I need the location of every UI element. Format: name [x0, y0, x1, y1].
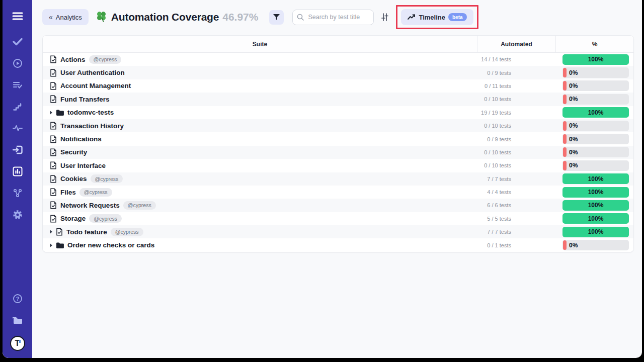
- progress-red-sliver: [563, 95, 567, 104]
- settings-icon[interactable]: [11, 209, 24, 221]
- progress-bar: 100%: [562, 213, 629, 224]
- timeline-label: Timeline: [419, 14, 445, 21]
- table-row[interactable]: todomvc-tests 19 / 19 tests 100%: [43, 106, 633, 119]
- search-container: [292, 10, 374, 25]
- suite-name: Todo feature: [66, 228, 107, 236]
- table-row[interactable]: Transaction History 0 / 10 tests 0%: [43, 119, 633, 132]
- table-row[interactable]: Network Requests @cypress 6 / 6 tests 10…: [43, 199, 633, 212]
- percent-cell: 0%: [555, 67, 633, 78]
- table-row[interactable]: Fund Transfers 0 / 10 tests 0%: [43, 93, 633, 106]
- table-row[interactable]: Storage @cypress 5 / 5 tests 100%: [43, 212, 633, 225]
- expand-caret-icon[interactable]: [50, 111, 52, 115]
- suite-rows: Actions @cypress 14 / 14 tests 100% User…: [43, 53, 633, 252]
- timeline-button[interactable]: Timeline beta: [401, 9, 473, 25]
- table-header: Suite Automated %: [43, 36, 633, 53]
- table-row[interactable]: User Interface 0 / 10 tests 0%: [43, 159, 633, 172]
- automated-count: 0 / 1 tests: [477, 242, 555, 248]
- progress-label: 100%: [562, 227, 629, 237]
- topbar: « Analytics Automation Coverage 46.97%: [42, 7, 634, 27]
- percent-cell: 0%: [555, 94, 633, 105]
- beta-badge: beta: [448, 13, 467, 21]
- column-header-suite: Suite: [43, 36, 477, 52]
- percent-cell: 0%: [555, 147, 633, 157]
- steps-icon[interactable]: [11, 101, 24, 113]
- file-check-icon: [50, 135, 57, 143]
- progress-bar: 100%: [562, 54, 629, 65]
- suite-name: User Authentication: [60, 69, 125, 76]
- suite-tag: @cypress: [123, 201, 156, 210]
- progress-bar: 0%: [562, 160, 629, 171]
- automated-count: 0 / 9 tests: [477, 70, 555, 76]
- progress-label: 100%: [562, 173, 629, 184]
- progress-label: 100%: [562, 213, 629, 224]
- table-row[interactable]: Actions @cypress 14 / 14 tests 100%: [43, 53, 633, 66]
- menu-icon[interactable]: [11, 10, 24, 22]
- progress-bar: 100%: [562, 227, 629, 237]
- file-check-icon: [50, 201, 57, 209]
- suite-cell: todomvc-tests: [43, 109, 477, 116]
- table-row[interactable]: Order new checks or cards 0 / 1 tests 0%: [43, 238, 633, 251]
- table-row[interactable]: Notifications 0 / 9 tests 0%: [43, 132, 633, 145]
- table-row[interactable]: Todo feature @cypress 7 / 7 tests 100%: [43, 225, 633, 238]
- table-row[interactable]: Security 0 / 10 tests 0%: [43, 146, 633, 159]
- automated-count: 5 / 5 tests: [477, 216, 555, 222]
- automated-count: 0 / 11 tests: [477, 83, 555, 89]
- docs-icon[interactable]: [11, 314, 24, 326]
- file-check-icon: [50, 82, 57, 90]
- percent-cell: 100%: [555, 227, 633, 237]
- suite-name: Notifications: [60, 135, 102, 143]
- table-row[interactable]: User Authentication 0 / 9 tests 0%: [43, 66, 633, 79]
- progress-bar: 0%: [562, 67, 629, 78]
- suite-cell: Actions @cypress: [43, 55, 477, 64]
- suite-name: Actions: [60, 56, 86, 63]
- progress-red-sliver: [563, 240, 567, 250]
- play-circle-icon[interactable]: [11, 57, 24, 69]
- login-icon[interactable]: [11, 144, 24, 156]
- progress-bar: 0%: [562, 80, 629, 91]
- branch-icon[interactable]: [11, 187, 24, 199]
- suite-cell: Files @cypress: [43, 188, 477, 197]
- table-row[interactable]: Files @cypress 4 / 4 tests 100%: [43, 186, 633, 199]
- analytics-back-button[interactable]: « Analytics: [42, 9, 89, 25]
- suite-name: Cookies: [60, 175, 87, 183]
- progress-red-sliver: [563, 68, 567, 77]
- analytics-icon[interactable]: [11, 165, 24, 177]
- automated-count: 0 / 9 tests: [477, 136, 555, 142]
- help-icon[interactable]: ?: [11, 293, 24, 305]
- suite-name: Network Requests: [60, 202, 120, 209]
- activity-icon[interactable]: [11, 122, 24, 134]
- suite-tag: @cypress: [91, 174, 123, 183]
- progress-bar: 0%: [562, 240, 629, 250]
- percent-cell: 100%: [555, 213, 633, 224]
- automated-count: 7 / 7 tests: [477, 229, 555, 235]
- app-logo[interactable]: T: [10, 336, 25, 351]
- folder-icon: [56, 242, 64, 249]
- expand-caret-icon[interactable]: [50, 230, 52, 234]
- search-input[interactable]: [292, 10, 374, 25]
- suite-tag: @cypress: [79, 188, 112, 197]
- suite-name: User Interface: [60, 162, 106, 169]
- suite-tag: @cypress: [89, 55, 122, 64]
- progress-label: 0%: [569, 240, 578, 250]
- progress-label: 100%: [562, 107, 629, 118]
- check-icon[interactable]: [11, 36, 24, 48]
- automated-count: 0 / 10 tests: [477, 149, 555, 155]
- coverage-table: Suite Automated % Actions @cypress 14 / …: [42, 35, 634, 252]
- progress-label: 0%: [569, 121, 578, 131]
- filter-settings-button[interactable]: [380, 13, 389, 22]
- file-check-icon: [56, 228, 63, 236]
- suite-tag: @cypress: [111, 228, 143, 236]
- progress-bar: 0%: [562, 147, 629, 157]
- expand-caret-icon[interactable]: [50, 243, 52, 247]
- suite-name: Fund Transfers: [60, 96, 110, 103]
- list-check-icon[interactable]: [11, 79, 24, 91]
- filter-button[interactable]: [269, 10, 284, 25]
- suite-name: Transaction History: [60, 122, 124, 130]
- file-check-icon: [50, 69, 57, 77]
- progress-label: 0%: [569, 160, 578, 171]
- table-row[interactable]: Cookies @cypress 7 / 7 tests 100%: [43, 172, 633, 186]
- suite-cell: Storage @cypress: [43, 214, 477, 223]
- screen: ? T « Analytics Automation Coverage 46.9…: [0, 0, 644, 362]
- table-row[interactable]: Account Management 0 / 11 tests 0%: [43, 79, 633, 93]
- progress-red-sliver: [563, 121, 567, 131]
